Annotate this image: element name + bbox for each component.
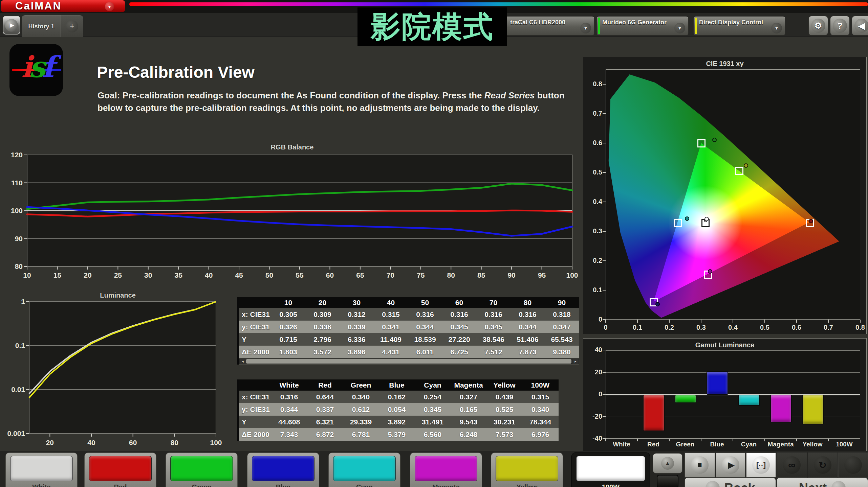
row-label: ΔE 2000 (239, 346, 271, 358)
double-chevron-right-icon: » (831, 481, 846, 487)
table-horizontal-scrollbar[interactable]: ◄► (239, 358, 579, 365)
table-cell: 6.336 (340, 333, 374, 346)
play-icon: ▶ (5, 19, 18, 32)
pattern-swatch-100w[interactable]: 100W (571, 453, 650, 487)
table-cell: 6.872 (307, 428, 343, 441)
table-cell: 0.644 (307, 391, 343, 403)
scroll-right-arrow[interactable]: ► (572, 359, 579, 364)
table-cell: 9.543 (451, 416, 486, 428)
chevron-down-icon: ▼ (674, 23, 685, 33)
x-tick-label: 0.3 (693, 324, 709, 331)
table-cell: 5.379 (379, 428, 415, 441)
rgb-balance-chart: 1201101009080101520253035404550556065707… (6, 151, 578, 286)
table-cell: 0.715 (271, 333, 305, 346)
table-cell: 4.431 (374, 346, 408, 358)
pattern-swatch-red[interactable]: Red (84, 453, 156, 487)
x-tick-label: 0.4 (725, 324, 741, 331)
pattern-swatch-yellow[interactable]: Yellow (491, 453, 563, 487)
bar-category-label: 100W (826, 441, 862, 448)
column-header (239, 297, 271, 308)
x-tick-label: 55 (296, 271, 304, 279)
bar-category-label: Red (635, 441, 671, 448)
row-label: Y (239, 416, 271, 428)
table-row: 102030405060708090 (239, 297, 579, 308)
picture-mode-text: 影院模式 (371, 12, 494, 42)
meter-dropdown[interactable]: traCal C6 HDR2000 ▼ (504, 16, 594, 36)
column-header (239, 379, 271, 391)
table-cell: 0.316 (271, 391, 307, 403)
y-tick-label: 0.5 (586, 168, 602, 176)
x-tick-label: 70 (387, 271, 394, 279)
read-series-button[interactable]: [··] (746, 453, 776, 478)
chevron-left-icon: ◀ (854, 19, 868, 33)
settings-button[interactable]: ⚙ (808, 16, 828, 36)
table-cell: 0.326 (271, 321, 305, 333)
back-label: Back (724, 481, 755, 487)
pattern-swatch-cyan[interactable]: Cyan (328, 453, 400, 487)
table-cell: 6.321 (307, 416, 343, 428)
table-cell: 0.318 (545, 308, 579, 321)
pattern-window-slider[interactable] (657, 475, 678, 487)
luminance-title: Luminance (6, 292, 230, 299)
next-button[interactable]: Next » (777, 478, 868, 487)
x-tick-label: 0.5 (757, 324, 773, 331)
tab-label: History 1 (28, 23, 54, 30)
table-cell: 51.406 (511, 333, 545, 346)
pattern-swatch-white[interactable]: White (5, 453, 78, 487)
plus-icon: + (66, 20, 78, 32)
table-cell: 65.543 (545, 333, 579, 346)
table-cell: 7.512 (476, 346, 511, 358)
table-row: ΔE 20007.3436.8726.7815.3796.5606.2487.5… (239, 428, 559, 441)
loop-button[interactable]: ↻ (808, 453, 838, 478)
back-button[interactable]: « Back (685, 478, 776, 487)
pattern-swatch-blue[interactable]: Blue (247, 453, 319, 487)
table-cell: 6.011 (408, 346, 442, 358)
table-cell: 0.347 (545, 321, 579, 333)
x-tick-label: 80 (171, 439, 178, 446)
column-header: Yellow (486, 379, 522, 391)
swatch-label: Magenta (410, 483, 482, 487)
source-dropdown[interactable]: Murideo 6G Generator ▼ (596, 16, 689, 36)
infinity-icon: ∞ (783, 456, 801, 474)
tab-history-1[interactable]: History 1 (22, 15, 61, 37)
x-tick-label: 0.6 (788, 324, 805, 331)
session-run-button[interactable]: ▶ (3, 16, 20, 34)
stop-button[interactable]: ■ (685, 453, 715, 478)
pattern-window-up-button[interactable]: ▲ (653, 453, 682, 473)
x-tick-label: 75 (417, 271, 425, 279)
gamut-luminance-plot (606, 350, 860, 439)
continuous-read-button[interactable]: ∞ (777, 453, 807, 478)
display-control-dropdown[interactable]: Direct Display Control ▼ (693, 16, 785, 36)
x-tick-label: 0.1 (629, 324, 646, 331)
x-tick-label: 15 (53, 271, 62, 279)
pattern-swatch-magenta[interactable]: Magenta (410, 453, 482, 487)
x-tick-label: 65 (356, 271, 364, 279)
table-row: y: CIE310.3260.3380.3390.3410.3440.3450.… (239, 321, 579, 333)
collapse-panel-button[interactable]: ◀ (852, 16, 868, 36)
table-cell: 0.340 (343, 391, 379, 403)
extra-transport-button[interactable] (838, 453, 868, 478)
table-row: x: CIE310.3050.3090.3120.3150.3160.3160.… (239, 308, 579, 321)
table-cell: 0.254 (415, 391, 451, 403)
table-cell: 78.344 (522, 416, 558, 428)
y-tick-label: 0 (587, 390, 602, 398)
y-tick-label: 0.2 (586, 257, 602, 264)
scrollbar-thumb[interactable] (246, 359, 571, 364)
add-tab-button[interactable]: + (61, 15, 83, 37)
blank-circle-icon (844, 456, 862, 474)
help-button[interactable]: ? (830, 16, 850, 36)
x-tick-label: 40 (205, 271, 213, 279)
table-cell: 38.546 (476, 333, 511, 346)
double-chevron-left-icon: « (706, 481, 720, 487)
table-cell: 0.305 (271, 308, 305, 321)
pattern-swatch-green[interactable]: Green (166, 453, 238, 487)
y-tick-label: 0.8 (586, 80, 602, 88)
row-label: y: CIE31 (239, 321, 271, 333)
scroll-left-arrow[interactable]: ◄ (240, 359, 246, 364)
swatch-label: Yellow (491, 483, 563, 487)
play-button[interactable]: ▶ (716, 453, 745, 478)
row-label: Y (239, 333, 271, 346)
table-cell: 6.781 (343, 428, 379, 441)
table-cell: 0.345 (442, 321, 476, 333)
app-menu-button[interactable]: CalMAN ▾ (1, 0, 125, 12)
